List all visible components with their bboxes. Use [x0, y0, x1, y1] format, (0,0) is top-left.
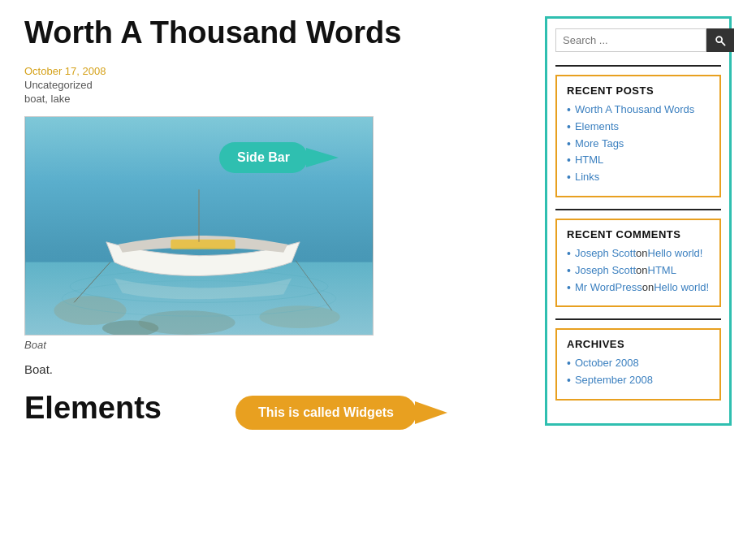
comment-link-2[interactable]: HTML [648, 264, 676, 276]
image-caption: Boat [24, 339, 529, 351]
recent-comments-list: Joseph Scott on Hello world! Joseph Scot… [567, 247, 710, 294]
sidebar-callout: Side Bar [219, 142, 308, 173]
archives-title: ARCHIVES [567, 338, 710, 350]
list-item: September 2008 [567, 374, 710, 388]
recent-post-link-3[interactable]: More Tags [575, 137, 624, 149]
main-content: Worth A Thousand Words October 17, 2008 … [24, 16, 529, 426]
comment-author-3[interactable]: Mr WordPress [575, 281, 642, 293]
comment-author-1[interactable]: Joseph Scott [575, 247, 636, 259]
post-meta: October 17, 2008 Uncategorized boat, lak… [24, 65, 529, 105]
recent-posts-list: Worth A Thousand Words Elements More Tag… [567, 103, 710, 184]
post-tags: boat, lake [24, 93, 529, 105]
list-item: Worth A Thousand Words [567, 103, 710, 117]
list-item: Links [567, 171, 710, 184]
comment-author-2[interactable]: Joseph Scott [575, 264, 636, 276]
recent-post-link-4[interactable]: HTML [575, 154, 603, 166]
post-date: October 17, 2008 [24, 65, 529, 77]
post-category: Uncategorized [24, 79, 529, 91]
list-item: October 2008 [567, 357, 710, 370]
comment-link-1[interactable]: Hello world! [648, 247, 703, 259]
svg-point-2 [54, 296, 126, 325]
recent-post-link-1[interactable]: Worth A Thousand Words [575, 103, 694, 115]
svg-point-4 [259, 305, 339, 328]
archive-link-1[interactable]: October 2008 [575, 357, 639, 369]
post-body-text: Boat. [24, 362, 529, 376]
comment-link-3[interactable]: Hello world! [654, 281, 709, 293]
list-item: Elements [567, 120, 710, 134]
sidebar: RECENT POSTS Worth A Thousand Words Elem… [545, 16, 732, 426]
page-title: Worth A Thousand Words [24, 16, 529, 50]
list-item: Joseph Scott on Hello world! [567, 247, 710, 261]
list-item: HTML [567, 154, 710, 167]
recent-post-link-2[interactable]: Elements [575, 120, 619, 132]
svg-line-14 [721, 41, 724, 45]
svg-rect-8 [171, 240, 235, 249]
recent-comments-title: RECENT COMMENTS [567, 228, 710, 240]
list-item: More Tags [567, 137, 710, 151]
archive-link-2[interactable]: September 2008 [575, 374, 653, 386]
list-item: Mr WordPress on Hello world! [567, 281, 710, 295]
recent-comments-widget: RECENT COMMENTS Joseph Scott on Hello wo… [555, 219, 721, 307]
search-input[interactable] [555, 28, 706, 52]
sidebar-divider-2 [555, 209, 721, 210]
search-button[interactable] [706, 28, 734, 52]
archives-widget: ARCHIVES October 2008 September 2008 [555, 328, 721, 401]
archives-list: October 2008 September 2008 [567, 357, 710, 388]
comment-on-1: on [636, 247, 647, 259]
recent-posts-title: RECENT POSTS [567, 84, 710, 97]
comment-on-2: on [636, 264, 647, 276]
comment-on-3: on [642, 281, 654, 293]
sidebar-divider-3 [555, 318, 721, 320]
search-icon [715, 35, 726, 46]
search-box [555, 28, 721, 52]
recent-posts-widget: RECENT POSTS Worth A Thousand Words Elem… [555, 75, 721, 197]
sidebar-divider [555, 65, 721, 67]
widgets-callout: This is called Widgets [235, 396, 417, 430]
list-item: Joseph Scott on HTML [567, 264, 710, 278]
recent-post-link-5[interactable]: Links [575, 171, 599, 183]
